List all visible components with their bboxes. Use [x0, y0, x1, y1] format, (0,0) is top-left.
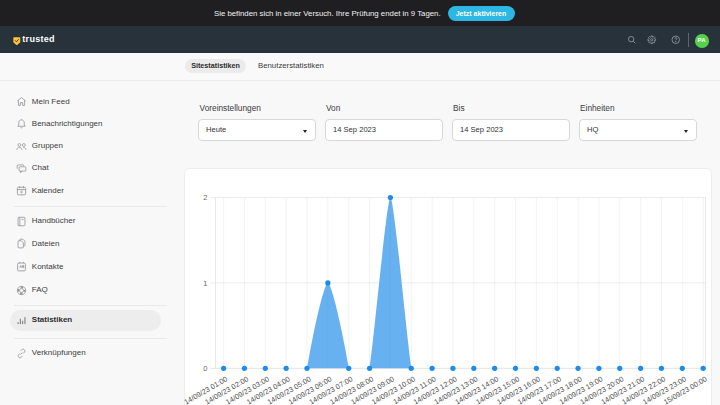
svg-text:1: 1 [203, 279, 207, 288]
svg-text:0: 0 [203, 364, 207, 373]
svg-text:2: 2 [203, 193, 207, 202]
